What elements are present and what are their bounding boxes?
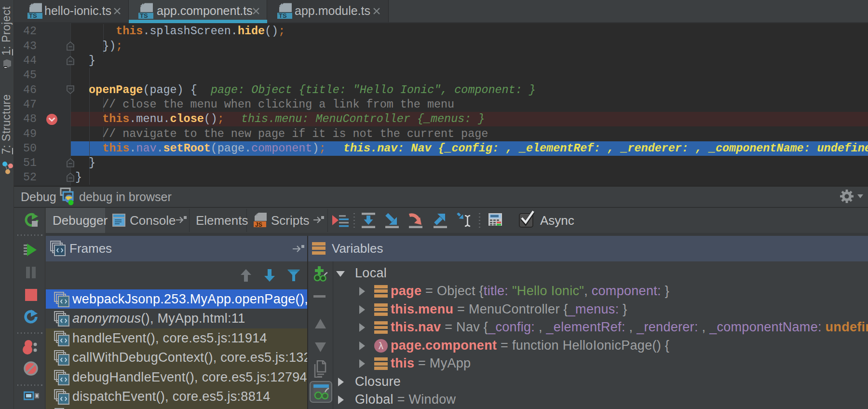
svg-text:TS: TS [29, 12, 37, 19]
svg-text:TS: TS [279, 12, 287, 19]
svg-text:TS: TS [140, 12, 148, 19]
svg-text:JS: JS [255, 221, 262, 228]
